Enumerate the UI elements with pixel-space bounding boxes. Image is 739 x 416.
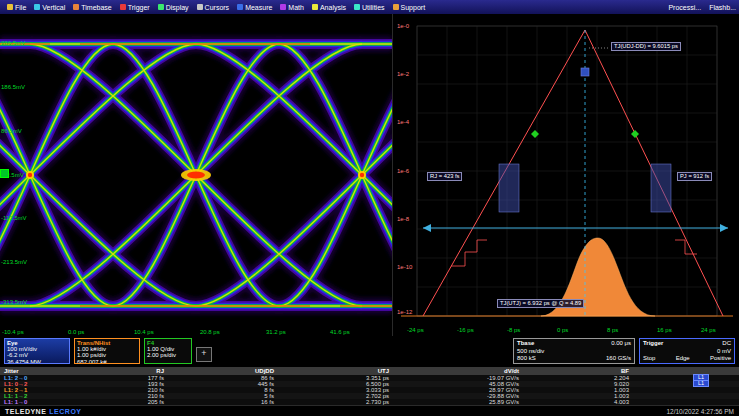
acquisition-boxes: Tbase0.00 μs 500 ns/div 800 kS160 GS/s T…: [513, 338, 735, 364]
eye-y-tick: 86.5mV: [1, 128, 22, 134]
timebase-rate: 160 GS/s: [606, 355, 631, 363]
timebase-descriptor[interactable]: Tbase0.00 μs 500 ns/div 800 kS160 GS/s: [513, 338, 635, 364]
eye-y-tick: -313.5mV: [1, 299, 27, 305]
histogram-trace-descriptor[interactable]: Trans/NHist 1.00 k#/div 1.00 ps/div 682.…: [74, 338, 140, 364]
timebase-label: Tbase: [517, 340, 534, 348]
eye-x-tick: 31.2 ps: [266, 329, 286, 335]
jitter-y-tick: 1e-0: [397, 23, 409, 29]
support-icon: [393, 4, 399, 10]
analysis-icon: [312, 4, 318, 10]
utj-annotation: TJ(UTJ) = 6.932 ps @ Q = 4.89: [497, 299, 584, 308]
file-icon: [7, 4, 13, 10]
jitter-analysis-panel[interactable]: 1e-0 1e-2 1e-4 1e-6 1e-8 1e-10 1e-12 -24…: [392, 14, 739, 336]
menu-trigger[interactable]: Trigger: [116, 0, 154, 14]
menu-cursors[interactable]: Cursors: [193, 0, 234, 14]
menu-label: Support: [401, 4, 426, 11]
descriptor-hscale: 2.00 ps/div: [147, 352, 189, 358]
eye-y-tick: -113.5mV: [1, 215, 27, 221]
menu-bar: File Vertical Timebase Trigger Display C…: [0, 0, 739, 14]
eye-x-tick: 10.4 ps: [134, 329, 154, 335]
descriptor-row: Eye 100 mV/div -6.2 mV 36.4754 MW Trans/…: [0, 336, 739, 367]
menu-support[interactable]: Support: [389, 0, 430, 14]
col-jitter: Jitter: [0, 368, 74, 374]
eye-diagram: [0, 14, 392, 336]
eye-trace-descriptor[interactable]: Eye 100 mV/div -6.2 mV 36.4754 MW: [4, 338, 70, 364]
eye-diagram-panel[interactable]: 286.5mV 186.5mV 86.5mV -13.5mV -113.5mV …: [0, 14, 392, 336]
clock-timestamp: 12/10/2022 4:27:56 PM: [666, 408, 734, 415]
trigger-level-marker[interactable]: [0, 169, 9, 178]
vertical-icon: [34, 4, 40, 10]
menu-label: Cursors: [205, 4, 230, 11]
menu-label: Utilities: [362, 4, 385, 11]
measure-icon: [237, 4, 243, 10]
col-dvdt: dV/dt: [409, 368, 539, 374]
cursors-icon: [197, 4, 203, 10]
oscilloscope-window: File Vertical Timebase Trigger Display C…: [0, 0, 739, 416]
menu-label: Display: [166, 4, 189, 11]
rj-annotation: RJ = 423 fs: [427, 172, 462, 181]
menu-label: Math: [288, 4, 304, 11]
plot-area: 286.5mV 186.5mV 86.5mV -13.5mV -113.5mV …: [0, 14, 739, 336]
menu-utilities[interactable]: Utilities: [350, 0, 389, 14]
trigger-descriptor[interactable]: TriggerDC 0 mV StopEdgePositive: [639, 338, 735, 364]
jitter-x-tick: -16 ps: [457, 327, 474, 333]
menu-label: Vertical: [42, 4, 65, 11]
processing-indicator[interactable]: Processi...: [668, 4, 701, 11]
timebase-samples: 800 kS: [517, 355, 536, 363]
trigger-mode: Stop: [643, 355, 655, 363]
eye-y-tick: 286.5mV: [1, 40, 25, 46]
menu-timebase[interactable]: Timebase: [69, 0, 115, 14]
math-icon: [280, 4, 286, 10]
col-udjdd: UDjDD: [184, 368, 294, 374]
col-rj: RJ: [74, 368, 184, 374]
descriptor-count: 36.4754 MW: [7, 359, 67, 364]
jitter-x-tick: 24 ps: [701, 327, 716, 333]
eye-y-tick: 186.5mV: [1, 84, 25, 90]
col-utj: UTJ: [294, 368, 409, 374]
menu-math[interactable]: Math: [276, 0, 308, 14]
jitter-x-tick: -24 ps: [407, 327, 424, 333]
jitter-measurement-table: Jitter RJ UDjDD UTJ dV/dt BF L1: 2→0 177…: [0, 367, 739, 405]
lane-badge[interactable]: L1: [693, 380, 709, 388]
f4-trace-descriptor[interactable]: F4 1.00 Q/div 2.00 ps/div: [144, 338, 192, 364]
jitter-y-tick: 1e-8: [397, 216, 409, 222]
brand-lecroy: LECROY: [49, 408, 81, 415]
jitter-y-tick: 1e-12: [397, 309, 412, 315]
jitter-x-tick: 0 ps: [557, 327, 568, 333]
menu-vertical[interactable]: Vertical: [30, 0, 69, 14]
flashback-button[interactable]: Flashb...: [709, 4, 736, 11]
trigger-slope: Positive: [710, 355, 731, 363]
timebase-icon: [73, 4, 79, 10]
jitter-y-tick: 1e-2: [397, 71, 409, 77]
col-bf: BF: [539, 368, 649, 374]
menu-label: Timebase: [81, 4, 111, 11]
menu-display[interactable]: Display: [154, 0, 193, 14]
display-icon: [158, 4, 164, 10]
trigger-type: Edge: [676, 355, 690, 363]
descriptor-count: 682.007 k#: [77, 359, 137, 364]
tj-annotation: TJ(UDJ-DD) = 9.6015 ps: [611, 42, 681, 51]
trigger-coupling: DC: [722, 340, 731, 348]
table-header-row: Jitter RJ UDjDD UTJ dV/dt BF: [0, 367, 739, 375]
eye-x-tick: -10.4 ps: [2, 329, 24, 335]
menu-analysis[interactable]: Analysis: [308, 0, 350, 14]
jitter-y-tick: 1e-4: [397, 119, 409, 125]
add-trace-button[interactable]: +: [196, 347, 212, 362]
trigger-icon: [120, 4, 126, 10]
jitter-x-tick: -8 ps: [507, 327, 520, 333]
timebase-scale: 500 ns/div: [517, 348, 544, 356]
menu-label: Trigger: [128, 4, 150, 11]
eye-y-tick: -213.5mV: [1, 259, 27, 265]
menu-label: Analysis: [320, 4, 346, 11]
status-bar: TELEDYNE LECROY 12/10/2022 4:27:56 PM: [0, 405, 739, 416]
eye-x-tick: 20.8 ps: [200, 329, 220, 335]
menu-label: Measure: [245, 4, 272, 11]
menu-measure[interactable]: Measure: [233, 0, 276, 14]
eye-x-tick: 41.6 ps: [330, 329, 350, 335]
jitter-x-tick: 16 ps: [657, 327, 672, 333]
jitter-y-tick: 1e-6: [397, 168, 409, 174]
menu-file[interactable]: File: [3, 0, 30, 14]
trigger-label: Trigger: [643, 340, 663, 348]
eye-x-tick: 0.0 ps: [68, 329, 84, 335]
jitter-y-tick: 1e-10: [397, 264, 412, 270]
